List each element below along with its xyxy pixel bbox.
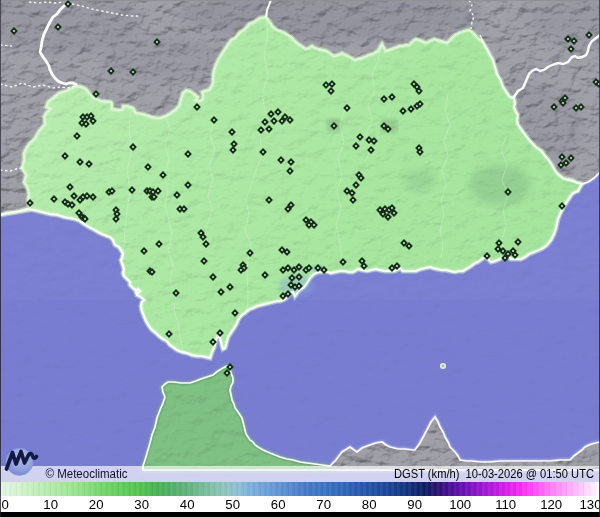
svg-text:120: 120 bbox=[540, 497, 562, 512]
svg-text:© Meteoclimatic: © Meteoclimatic bbox=[46, 467, 128, 481]
svg-text:90: 90 bbox=[407, 497, 422, 512]
svg-text:70: 70 bbox=[316, 497, 331, 512]
svg-text:30: 30 bbox=[134, 497, 149, 512]
svg-text:80: 80 bbox=[362, 497, 377, 512]
svg-text:0: 0 bbox=[2, 497, 9, 512]
svg-text:20: 20 bbox=[89, 497, 104, 512]
svg-text:60: 60 bbox=[271, 497, 286, 512]
svg-text:130: 130 bbox=[579, 497, 600, 512]
svg-text:110: 110 bbox=[495, 497, 516, 512]
svg-text:10: 10 bbox=[43, 497, 58, 512]
svg-text:40: 40 bbox=[180, 497, 195, 512]
svg-text:DGST (km/h) 10-03-2026 @ 01:5: DGST (km/h) 10-03-2026 @ 01:50 UTC bbox=[394, 467, 594, 481]
svg-text:50: 50 bbox=[225, 497, 240, 512]
svg-text:100: 100 bbox=[449, 497, 471, 512]
